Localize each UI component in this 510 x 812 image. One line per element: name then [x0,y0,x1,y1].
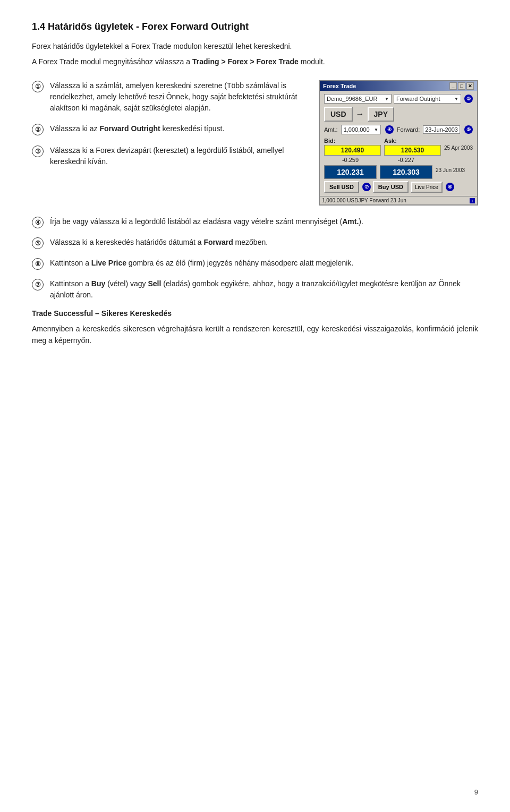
currency-to-button[interactable]: JPY [368,107,394,122]
ask-yellow-price: 120.530 [384,145,441,156]
intro-text: Forex határidős ügyletekkel a Forex Trad… [32,41,478,52]
minimize-button[interactable]: _ [449,82,457,90]
left-steps: ① Válassza ki a számlát, amelyen kereske… [32,80,306,206]
currency-from-button[interactable]: USD [324,107,353,122]
forex-top-row: Demo_99686_EUR ▼ Forward Outright ▼ ② [324,94,473,104]
step-2: ② Válassza ki az Forward Outright keresk… [32,123,306,135]
forex-status-bar: 1,000,000 USDJPY Forward 23 Jun i [320,196,477,204]
amt-forward-row: Amt.: 1,000,000 ▼ ④ Forward: 23-Jun-2003… [324,125,473,134]
type-arrow: ▼ [454,97,458,101]
bid-yellow-price: 120.490 [324,145,381,156]
status-info-icon: i [470,198,475,203]
forex-window-controls: _ □ ✕ [449,82,474,90]
step-5-text: Válassza ki a kereskedés határidős dátum… [50,237,478,248]
buy-usd-button[interactable]: Buy USD [373,181,409,193]
type-value: Forward Outright [396,96,440,102]
step-6-circle: ⑥ [32,258,44,270]
action-buttons-row: Sell USD ⑦ Buy USD Live Price ⑥ [324,181,473,193]
step-7-text: Kattintson a Buy (vétel) vagy Sell (elad… [50,278,478,301]
big-price-row: 120.231 120.303 23 Jun 2003 [324,165,473,179]
amount-value: 1,000,000 [344,126,370,133]
step-2-text: Válassza ki az Forward Outright keresked… [50,123,306,134]
forex-body: Demo_99686_EUR ▼ Forward Outright ▼ ② US… [320,91,477,196]
trading-path: A Forex Trade modul megnyitásához válass… [32,56,478,67]
type-badge-2: ② [464,95,473,103]
currency-row: USD → JPY [324,107,473,122]
trade-success-label: Trade Successful – Sikeres Kereskedés [32,309,478,318]
page-title: 1.4 Határidős ügyletek - Forex Forward O… [32,21,478,32]
step-6: ⑥ Kattintson a Live Price gombra és az é… [32,258,478,270]
step-1-circle: ① [32,81,44,92]
close-button[interactable]: ✕ [466,82,474,90]
main-content-section: ① Válassza ki a számlát, amelyen kereske… [32,80,478,206]
step-4: ④ Írja be vagy válassza ki a legördülő l… [32,216,478,228]
live-badge-6: ⑥ [446,183,454,191]
bid-label: Bid: [324,138,381,144]
bid-diff: -0.259 [324,157,377,163]
date-yellow-col: 25 Apr 2003 [444,138,473,151]
conclusion-text: Amennyiben a kereskedés sikeresen végreh… [32,323,478,347]
date-big-col: 23 Jun 2003 [436,165,473,173]
bid-big-price: 120.231 [324,165,377,179]
forward-badge-5: ⑤ [464,125,473,134]
step-7-circle: ⑦ [32,279,44,290]
forward-label: Forward: [397,126,420,133]
step-5-circle: ⑤ [32,237,44,249]
step-3-text: Válassza ki a Forex devizapárt (kereszte… [50,145,306,167]
amount-arrow: ▼ [374,127,378,132]
step-1: ① Válassza ki a számlát, amelyen kereske… [32,80,306,114]
bid-col: Bid: 120.490 [324,138,381,157]
step-1-text: Válassza ki a számlát, amelyen kereskedn… [50,80,306,114]
bid-big-col: 120.231 [324,165,377,179]
date-yellow: 25 Apr 2003 [444,145,473,151]
status-text: 1,000,000 USDJPY Forward 23 Jun [322,198,406,203]
ask-big-price: 120.303 [380,165,432,179]
ask-big-col: 120.303 [380,165,432,179]
step-7: ⑦ Kattintson a Buy (vétel) vagy Sell (el… [32,278,478,301]
steps-below-section: ④ Írja be vagy válassza ki a legördülő l… [32,216,478,301]
ask-diff: -0.227 [380,157,432,163]
forex-trade-window: Forex Trade _ □ ✕ Demo_99686_EUR ▼ Forwa… [319,80,478,206]
account-dropdown[interactable]: Demo_99686_EUR ▼ [324,94,392,104]
step-4-circle: ④ [32,217,44,228]
ask-col: Ask: 120.530 [384,138,441,157]
type-dropdown[interactable]: Forward Outright ▼ [394,94,461,104]
bid-ask-section: Bid: 120.490 Ask: 120.530 25 Apr 2003 [324,138,473,157]
account-arrow: ▼ [385,97,389,101]
live-price-button[interactable]: Live Price [411,182,443,193]
currency-arrow-icon: → [356,109,364,119]
maximize-button[interactable]: □ [458,82,465,90]
step-4-text: Írja be vagy válassza ki a legördülő lis… [50,216,478,227]
forex-titlebar: Forex Trade _ □ ✕ [320,81,477,91]
step-3-circle: ③ [32,146,44,157]
step-5: ⑤ Válassza ki a kereskedés határidős dát… [32,237,478,249]
sell-badge-7: ⑦ [362,183,371,191]
diff-row: -0.259 -0.227 [324,157,473,163]
sell-usd-button[interactable]: Sell USD [324,181,359,193]
forex-window-title: Forex Trade [323,83,356,89]
forex-window-frame: Forex Trade _ □ ✕ Demo_99686_EUR ▼ Forwa… [319,80,478,206]
step-3: ③ Válassza ki a Forex devizapárt (keresz… [32,145,306,167]
forward-value: 23-Jun-2003 [425,126,458,133]
amt-label: Amt.: [324,126,338,133]
amt-badge-4: ④ [385,125,394,134]
forward-input[interactable]: 23-Jun-2003 [423,125,460,134]
ask-label: Ask: [384,138,441,144]
step-2-circle: ② [32,124,44,135]
account-value: Demo_99686_EUR [327,96,377,102]
step-6-text: Kattintson a Live Price gombra és az élő… [50,258,478,269]
amount-dropdown[interactable]: 1,000,000 ▼ [341,125,381,134]
date-big: 23 Jun 2003 [436,167,465,173]
page-number: 9 [474,788,478,796]
